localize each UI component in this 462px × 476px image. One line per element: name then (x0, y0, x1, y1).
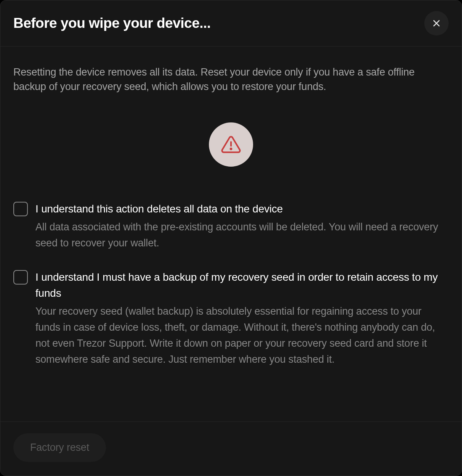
warning-triangle-icon (221, 134, 241, 155)
modal-body: Resetting the device removes all its dat… (0, 47, 462, 421)
modal-header: Before you wipe your device... (0, 0, 462, 47)
checkbox-description: All data associated with the pre-existin… (35, 219, 449, 251)
warning-icon-container (13, 122, 449, 167)
checkbox-description: Your recovery seed (wallet backup) is ab… (35, 304, 449, 367)
close-icon (432, 19, 441, 28)
factory-reset-button[interactable]: Factory reset (13, 433, 106, 462)
svg-point-3 (231, 148, 232, 150)
wipe-device-modal: Before you wipe your device... Resetting… (0, 0, 462, 476)
checkbox-delete-data[interactable] (13, 202, 28, 216)
modal-footer: Factory reset (0, 421, 462, 476)
checkbox-list: I understand this action deletes all dat… (13, 201, 449, 368)
checkbox-item-backup-seed: I understand I must have a backup of my … (13, 269, 449, 367)
checkbox-title: I understand this action deletes all dat… (35, 201, 449, 217)
warning-icon-circle (209, 122, 253, 167)
intro-text: Resetting the device removes all its dat… (13, 65, 449, 94)
checkbox-content: I understand this action deletes all dat… (35, 201, 449, 251)
close-button[interactable] (424, 11, 449, 35)
checkbox-item-delete-data: I understand this action deletes all dat… (13, 201, 449, 251)
checkbox-title: I understand I must have a backup of my … (35, 269, 449, 301)
modal-title: Before you wipe your device... (13, 15, 211, 31)
checkbox-backup-seed[interactable] (13, 270, 28, 285)
checkbox-content: I understand I must have a backup of my … (35, 269, 449, 367)
